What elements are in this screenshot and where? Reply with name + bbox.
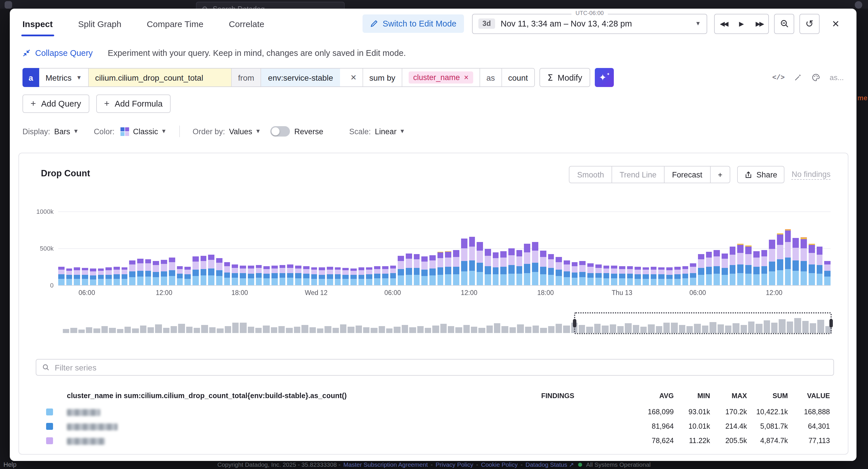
time-range-picker[interactable]: UTC-06:00 3d Nov 11, 3:34 am – Nov 13, 4… — [472, 13, 707, 34]
footer-link-msa[interactable]: Master Subscription Agreement — [343, 461, 428, 468]
chart-bar[interactable] — [114, 267, 120, 285]
chart-bar[interactable] — [429, 255, 435, 285]
chart-bar[interactable] — [587, 263, 593, 285]
chart-bar[interactable] — [698, 254, 704, 285]
chart-bar[interactable] — [145, 259, 151, 285]
chart-bar[interactable] — [461, 239, 467, 285]
chart-bar[interactable] — [485, 249, 491, 285]
chart-bar[interactable] — [216, 258, 222, 285]
add-formula-button[interactable]: + Add Formula — [96, 94, 170, 113]
chart-bar[interactable] — [437, 252, 443, 285]
chart-bar[interactable] — [240, 265, 246, 285]
modify-button[interactable]: Σ Modify — [539, 68, 590, 87]
chart-bar[interactable] — [200, 256, 206, 285]
chart-bar[interactable] — [58, 267, 64, 285]
chart-bar[interactable] — [595, 264, 601, 285]
chart-bar[interactable] — [650, 267, 656, 285]
chart-bar[interactable] — [90, 269, 96, 285]
chart-bar[interactable] — [714, 250, 720, 285]
forecast-button[interactable]: Forecast — [664, 166, 710, 183]
chart-bar[interactable] — [793, 238, 799, 285]
chart-bar[interactable] — [272, 265, 278, 285]
chart-bar[interactable] — [682, 266, 688, 285]
tab-inspect[interactable]: Inspect — [21, 9, 54, 38]
chart-bar[interactable] — [556, 257, 562, 285]
chart-bar[interactable] — [666, 268, 672, 285]
chart-bar[interactable] — [753, 251, 760, 285]
chart-bar[interactable] — [564, 260, 570, 285]
chart-bar[interactable] — [382, 266, 388, 285]
chart-bar[interactable] — [745, 245, 751, 285]
chart-bar[interactable] — [82, 268, 88, 285]
chart-bar[interactable] — [311, 267, 317, 285]
chart-bar[interactable] — [540, 251, 546, 285]
filter-token[interactable]: env:service-stable — [261, 68, 340, 87]
reset-zoom-button[interactable]: ↺ — [799, 13, 819, 34]
filter-series-input[interactable] — [55, 363, 828, 372]
palette-icon[interactable] — [812, 73, 820, 82]
table-row[interactable]: 78,62411.22k205.5k4,874.7k77,113 — [19, 434, 848, 449]
chart-bar[interactable] — [137, 259, 143, 285]
chart-bar[interactable] — [398, 256, 404, 285]
chart-bar[interactable] — [358, 268, 364, 285]
chart-bar[interactable] — [390, 265, 396, 285]
rewind-button[interactable]: ◀◀ — [715, 14, 733, 33]
chart-bar[interactable] — [658, 267, 664, 285]
zoom-out-button[interactable] — [774, 13, 794, 34]
chart-bar[interactable] — [350, 268, 356, 285]
share-button[interactable]: Share — [738, 166, 785, 183]
as-more-label[interactable]: as... — [830, 73, 844, 82]
smooth-button[interactable]: Smooth — [570, 166, 612, 183]
chart-bar[interactable] — [256, 265, 262, 285]
chart-bar[interactable] — [327, 267, 333, 285]
chart-bar[interactable] — [169, 257, 175, 285]
series-color-swatch[interactable] — [46, 423, 53, 430]
chart-bar[interactable] — [453, 250, 459, 285]
table-row[interactable]: 168,09993.01k170.2k10,422.1k168,888 — [19, 406, 848, 420]
user-avatar[interactable] — [855, 1, 862, 9]
table-row[interactable]: 81,96410.01k214.4k5,081.7k64,301 — [19, 420, 848, 434]
chart-bar[interactable] — [635, 267, 641, 285]
chart-bar[interactable] — [501, 251, 507, 285]
chart-bar[interactable] — [785, 229, 791, 285]
chart-bar[interactable] — [74, 268, 80, 285]
rollup-dropdown[interactable]: count — [502, 68, 534, 87]
chart-bar[interactable] — [177, 267, 183, 285]
chart-bar[interactable] — [580, 261, 586, 285]
chart-bar[interactable] — [619, 266, 625, 285]
chart-bar[interactable] — [809, 244, 815, 285]
chart-bar[interactable] — [532, 242, 538, 285]
chart-bar[interactable] — [517, 250, 523, 285]
chart-bar[interactable] — [366, 267, 372, 285]
add-query-button[interactable]: + Add Query — [23, 94, 89, 113]
chart-bar[interactable] — [477, 242, 483, 285]
chart-bar[interactable] — [706, 252, 712, 285]
col-findings[interactable]: FINDINGS — [541, 392, 575, 400]
switch-to-edit-mode-button[interactable]: Switch to Edit Mode — [363, 14, 464, 33]
chart-bar[interactable] — [548, 254, 554, 285]
chart-bar[interactable] — [769, 240, 775, 285]
chart-bar[interactable] — [129, 260, 135, 285]
fast-forward-button[interactable]: ▶▶ — [750, 14, 768, 33]
footer-link-status[interactable]: Datadog Status ↗ — [525, 461, 574, 468]
filter-segment[interactable]: env:service-stable ✕ — [261, 68, 363, 87]
brush-selection[interactable] — [574, 312, 832, 334]
chart-bar[interactable] — [816, 247, 823, 285]
chart-bar[interactable] — [232, 264, 238, 285]
chart-bar[interactable] — [611, 265, 617, 285]
chart-bar[interactable] — [374, 267, 380, 285]
chart-bar[interactable] — [493, 252, 499, 285]
chart-bar[interactable] — [761, 250, 767, 285]
scale-dropdown[interactable]: Linear — [375, 127, 397, 136]
collapse-query-button[interactable]: Collapse Query — [23, 49, 93, 58]
col-max[interactable]: MAX — [732, 392, 747, 400]
chart-bar[interactable] — [445, 251, 451, 285]
col-avg[interactable]: AVG — [659, 392, 674, 400]
chart-bar[interactable] — [738, 244, 744, 285]
chart-bar[interactable] — [248, 265, 254, 285]
footer-link-privacy[interactable]: Privacy Policy — [436, 461, 473, 468]
close-modal-button[interactable]: ✕ — [827, 14, 845, 33]
chart-bar[interactable] — [722, 253, 727, 285]
chart-bar[interactable] — [571, 262, 578, 285]
chart-bar[interactable] — [730, 247, 736, 285]
